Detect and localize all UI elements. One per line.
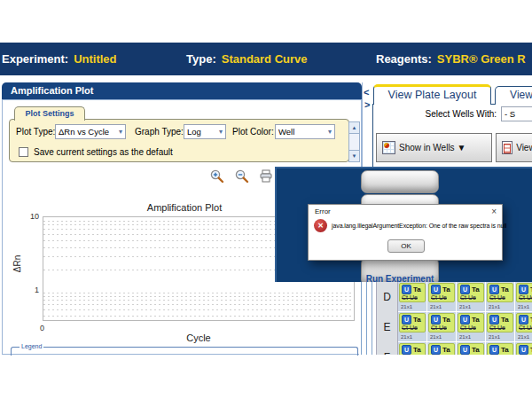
plate-row: UTaCt Ue21x1UTaCt Ue21x1UTaCt Ue21x1UTaC… [398,342,532,355]
save-default-checkbox[interactable] [19,147,28,157]
legend-groupbox-label: Legend [20,343,43,349]
x-axis-label: Cycle [43,332,355,343]
plate-well[interactable]: UTaCt Ue21x1 [515,282,532,311]
chart-gridline [43,316,354,317]
plot-color-select[interactable]: Well▾ [275,124,335,139]
well-quantity-text: 21x1 [518,334,529,340]
select-wells-dropdown[interactable]: - S [501,106,532,121]
unknown-task-icon: U [402,285,411,294]
run-window-button-top[interactable] [361,170,439,193]
settings-scroll-up-arrow-icon[interactable]: ▲ [348,121,360,134]
well-chip: UTaCt Ue [458,283,484,302]
well-chip: UTaCt Ue [399,343,426,355]
well-secondary-text: Ct Ue [517,294,532,301]
chart-gridline [43,304,354,305]
well-target-text: Ta [442,316,450,324]
chevron-down-icon: ▾ [328,128,332,136]
well-chip: UTaCt Ue [487,283,513,302]
well-chip: UTaCt Ue [428,313,455,332]
collapse-left-arrow[interactable]: < [364,88,369,97]
plate-well[interactable]: UTaCt Ue21x1 [457,312,485,341]
plate-well[interactable]: UTaCt Ue21x1 [515,342,532,355]
unknown-task-icon: U [431,345,441,355]
tab-view-plate-layout[interactable]: View Plate Layout [373,84,491,105]
error-dialog: Error × ✕ java.lang.IllegalArgumentExcep… [308,204,503,261]
plate-well[interactable]: UTaCt Ue21x1 [398,282,426,311]
plate-well[interactable]: UTaCt Ue21x1 [457,342,485,355]
error-icon: ✕ [314,219,327,232]
plate-well[interactable]: UTaCt Ue21x1 [427,282,456,311]
well-quantity-text: 21x1 [401,334,412,340]
save-default-label: Save current settings as the default [34,147,173,157]
plate-well[interactable]: UTaCt Ue21x1 [457,282,485,311]
plate-row-label: D [377,282,397,312]
y-axis-label: ΔRn [12,255,22,272]
experiment-field: Experiment: Untitled [2,43,117,75]
type-value: Standard Curve [222,52,308,66]
well-secondary-text: Ct Ue [400,294,425,301]
panel-edge-line [372,282,372,355]
unknown-task-icon: U [519,315,528,325]
plate-well[interactable]: UTaCt Ue21x1 [486,342,514,355]
plate-well[interactable]: UTaCt Ue21x1 [486,282,514,311]
plate-row-labels: DEF [376,282,398,355]
unknown-task-icon: U [402,315,411,325]
well-chip: UTaCt Ue [458,343,484,355]
plate-well[interactable]: UTaCt Ue21x1 [515,312,532,341]
well-palette-icon [382,141,395,154]
legend-table-icon [502,141,512,154]
unknown-task-icon: U [460,315,470,325]
well-target-text: Ta [472,316,480,324]
plot-type-label: Plot Type: [16,127,55,137]
view-legend-button[interactable]: View L [496,133,532,162]
collapse-right-arrow[interactable]: > [364,100,370,109]
well-secondary-text: Ct Ue [400,325,425,331]
settings-scrollbar-track[interactable] [348,134,360,150]
plate-well[interactable]: UTaCt Ue21x1 [486,312,514,341]
experiment-header-bar: Experiment: Untitled Type: Standard Curv… [0,43,532,75]
plate-well[interactable]: UTaCt Ue21x1 [427,342,456,355]
plate-well[interactable]: UTaCt Ue21x1 [427,312,456,341]
reagents-value: SYBR® Green R [437,52,526,66]
well-quantity-text: 21x1 [401,304,412,309]
unknown-task-icon: U [489,285,499,294]
chart-gridline [43,296,354,297]
settings-scroll-down-arrow-icon[interactable]: ▼ [348,150,360,162]
zoom-out-icon[interactable] [234,168,249,184]
well-chip: UTaCt Ue [399,313,426,332]
plate-well[interactable]: UTaCt Ue21x1 [398,342,426,355]
tab-plot-settings[interactable]: Plot Settings [14,106,85,121]
plate-well[interactable]: UTaCt Ue21x1 [398,312,426,341]
well-chip: UTaCt Ue [516,313,532,332]
plot-color-value: Well [278,127,294,137]
chart-gridline [43,309,354,310]
well-chip: UTaCt Ue [516,283,532,302]
well-secondary-text: Ct Ue [488,294,512,301]
well-quantity-text: 21x1 [518,304,529,309]
close-icon[interactable]: × [491,207,497,216]
plate-row: UTaCt Ue21x1UTaCt Ue21x1UTaCt Ue21x1UTaC… [398,282,532,312]
panel-edge-line [366,282,367,355]
error-message: java.lang.IllegalArgumentException: One … [332,223,506,229]
reagents-label: Reagents: [376,52,432,66]
print-icon[interactable] [259,169,273,183]
tab-view-well-table[interactable]: View [495,86,532,105]
plot-type-select[interactable]: ΔRn vs Cycle▾ [55,124,126,139]
unknown-task-icon: U [460,285,470,294]
unknown-task-icon: U [489,315,499,325]
chevron-down-icon: ▾ [219,128,223,136]
well-chip: UTaCt Ue [516,343,532,355]
zoom-in-icon[interactable] [209,168,224,184]
unknown-task-icon: U [431,315,441,325]
show-in-wells-button[interactable]: Show in Wells ▼ [376,133,492,162]
ok-button[interactable]: OK [387,239,425,253]
well-chip: UTaCt Ue [399,283,426,302]
well-quantity-text: 21x1 [459,304,471,309]
well-quantity-text: 21x1 [489,304,500,309]
well-quantity-text: 21x1 [430,304,442,309]
graph-type-select[interactable]: Log▾ [184,124,226,139]
plate-row: UTaCt Ue21x1UTaCt Ue21x1UTaCt Ue21x1UTaC… [398,312,532,342]
well-secondary-text: Ct Ue [488,325,512,331]
y-axis-tick-1: 1 [23,286,39,294]
well-secondary-text: Ct Ue [429,325,454,331]
